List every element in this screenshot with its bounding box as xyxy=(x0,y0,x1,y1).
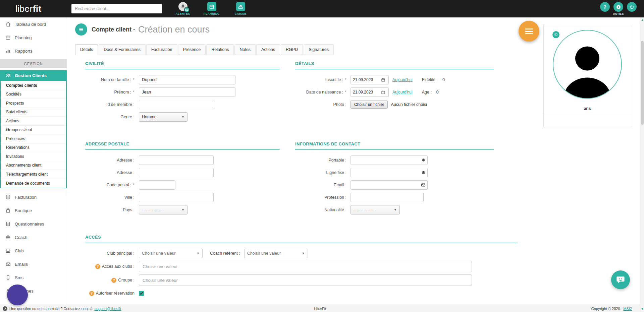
submenu-prospects[interactable]: Prospects xyxy=(1,99,66,108)
nom-de-famille-input[interactable] xyxy=(139,75,235,84)
submenu-actions[interactable]: Actions xyxy=(1,117,66,126)
tools-button[interactable]: OUTILS xyxy=(613,2,624,15)
adresse-1-input[interactable] xyxy=(139,155,214,165)
naissance-date-input[interactable] xyxy=(351,90,379,95)
scroll-up-arrow[interactable]: ▲ xyxy=(640,17,644,22)
alerts-label: ALERTES xyxy=(175,12,190,15)
field-label: Ligne fixe : xyxy=(326,170,346,175)
scrollbar-thumb[interactable] xyxy=(641,41,644,125)
submenu-comptes-clients[interactable]: Comptes clients xyxy=(1,81,66,90)
ville-input[interactable] xyxy=(139,193,214,202)
planning-button[interactable]: PLANNING xyxy=(200,2,224,15)
bell-icon[interactable] xyxy=(419,171,427,175)
sidebar-item-sms[interactable]: Sms xyxy=(0,271,67,284)
caisse-button[interactable]: CAISSE xyxy=(228,2,253,15)
submenu-reservations[interactable]: Réservations xyxy=(1,143,66,152)
app-logo[interactable]: liberfit xyxy=(0,4,69,14)
actions-menu-button[interactable] xyxy=(519,21,539,42)
id-membre-input[interactable] xyxy=(139,100,214,109)
avatar[interactable] xyxy=(553,30,622,99)
sidebar-item-facturation[interactable]: Facturation xyxy=(0,190,67,204)
submenu-invitations[interactable]: Invitations xyxy=(1,152,66,161)
sidebar-item-emails[interactable]: Emails xyxy=(0,257,67,271)
mail-icon[interactable] xyxy=(419,183,427,187)
alerts-button[interactable]: 52 ALERTES xyxy=(171,2,195,15)
adresse-2-input[interactable] xyxy=(139,168,214,177)
nationalite-select[interactable]: ---------------▼ xyxy=(351,205,400,214)
help-icon[interactable]: ? xyxy=(89,291,94,296)
pays-select[interactable]: ---------------▼ xyxy=(139,205,187,214)
coach-referent-select[interactable]: Choisir une valeur▼ xyxy=(244,249,308,258)
tab-presence[interactable]: Présence xyxy=(178,44,206,55)
shopping-bag-icon xyxy=(5,207,11,214)
mobile-icon xyxy=(5,274,11,281)
submenu-demande-de-documents[interactable]: Demande de documents xyxy=(1,179,66,188)
portable-input[interactable] xyxy=(351,158,419,163)
chat-button[interactable] xyxy=(611,270,630,289)
tab-rgpd[interactable]: RGPD xyxy=(281,44,303,55)
acces-clubs-input[interactable] xyxy=(139,261,472,272)
topbar-nav: 52 ALERTES PLANNING CAISSE xyxy=(171,2,253,15)
profession-input[interactable] xyxy=(351,193,424,202)
sidebar-item-questionnaires[interactable]: Questionnaires xyxy=(0,217,67,231)
sidebar-item-club[interactable]: Club xyxy=(0,244,67,257)
bell-icon[interactable] xyxy=(419,158,427,163)
submenu-societes[interactable]: Sociétés xyxy=(1,90,66,99)
inscrit-date-field xyxy=(351,75,389,84)
groupe-input[interactable] xyxy=(139,274,472,286)
calendar-icon[interactable] xyxy=(379,90,387,95)
sidebar-item-label: Coach xyxy=(15,235,28,240)
selected-value: Homme xyxy=(142,115,157,119)
section-civilite: CIVILITÉ Nom de famille :* Prénom :* Id … xyxy=(85,61,280,124)
tab-facturation[interactable]: Facturation xyxy=(146,44,177,55)
section-title: ACCÈS xyxy=(85,235,517,243)
tab-details[interactable]: Détails xyxy=(75,44,98,55)
submenu-groupes-client[interactable]: Groupes client xyxy=(1,126,66,135)
coins-icon xyxy=(5,194,11,200)
calendar-icon[interactable] xyxy=(379,78,387,82)
tab-relations[interactable]: Relations xyxy=(206,44,234,55)
tab-actions[interactable]: Actions xyxy=(256,44,280,55)
email-input[interactable] xyxy=(351,183,419,187)
planning-label: PLANNING xyxy=(204,12,220,15)
field-label: Ville : xyxy=(124,195,135,200)
code-postal-input[interactable] xyxy=(139,180,175,190)
inscrit-aujourdhui-link[interactable]: Aujourd'hui xyxy=(392,77,413,82)
sidebar-item-boutique[interactable]: Boutique xyxy=(0,204,67,217)
field-label: Autoriser réservation xyxy=(96,291,135,296)
hamburger-icon xyxy=(525,28,533,29)
logout-button[interactable] xyxy=(627,2,637,15)
tab-docs-formulaires[interactable]: Docs & Formulaires xyxy=(99,44,146,55)
help-icon[interactable]: ? xyxy=(95,264,100,269)
genre-select[interactable]: Homme▼ xyxy=(139,112,187,122)
sidebar-item-gestion-clients[interactable]: Gestion Clients xyxy=(0,70,67,81)
msi2-link[interactable]: MSI2 xyxy=(623,307,632,311)
field-label: Prénom : xyxy=(114,90,131,95)
help-icon[interactable]: ? xyxy=(111,278,116,283)
autoriser-reservation-checkbox[interactable] xyxy=(139,291,144,296)
feedback-widget-button[interactable] xyxy=(7,285,28,305)
tab-notes[interactable]: Notes xyxy=(234,44,256,55)
submenu-telechargements-client[interactable]: Téléchargements client xyxy=(1,170,66,179)
chevron-down-icon: ▼ xyxy=(178,208,184,211)
choisir-fichier-button[interactable]: Choisir un fichier xyxy=(351,101,388,109)
scroll-down-arrow[interactable]: ▼ xyxy=(640,307,644,311)
field-label: Nom de famille : xyxy=(101,77,131,82)
prenom-input[interactable] xyxy=(139,87,235,97)
sidebar-item-planning[interactable]: Planning xyxy=(0,31,67,44)
submenu-abonnements-client[interactable]: Abonnements client xyxy=(1,161,66,170)
submenu-suivi-clients[interactable]: Suivi clients xyxy=(1,108,66,117)
inscrit-date-input[interactable] xyxy=(351,77,379,82)
help-button[interactable]: ? xyxy=(600,2,610,15)
tab-signatures[interactable]: Signatures xyxy=(304,44,334,55)
vertical-scrollbar[interactable]: ▲ ▼ xyxy=(640,17,644,312)
search-input[interactable] xyxy=(71,4,162,13)
sidebar-item-tableau-de-bord[interactable]: Tableau de bord xyxy=(0,17,67,31)
club-principal-select[interactable]: Choisir une valeur▼ xyxy=(139,249,203,258)
submenu-presences[interactable]: Présences xyxy=(1,134,66,143)
ligne-fixe-input[interactable] xyxy=(351,170,419,175)
building-icon xyxy=(5,247,11,254)
sidebar-item-rapports[interactable]: Rapports xyxy=(0,44,67,58)
sidebar-item-coach[interactable]: Coach xyxy=(0,231,67,244)
naissance-aujourdhui-link[interactable]: Aujourd'hui xyxy=(392,90,413,95)
